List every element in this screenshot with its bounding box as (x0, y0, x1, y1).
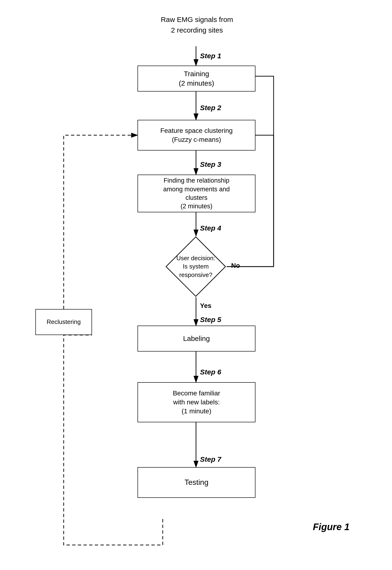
yes-label: Yes (200, 302, 211, 310)
box-relationship: Finding the relationship among movements… (138, 175, 255, 212)
raw-emg-text: Raw EMG signals from 2 recording sites (153, 14, 240, 35)
no-label: No (231, 262, 240, 270)
figure-caption: Figure 1 (313, 522, 350, 532)
box-familiar: Become familiar with new labels: (1 minu… (138, 382, 255, 422)
step7-label: Step 7 (200, 455, 221, 463)
box-feature-clustering: Feature space clustering (Fuzzy c-means) (138, 120, 255, 151)
diagram-container: Raw EMG signals from 2 recording sites S… (0, 0, 392, 570)
box-testing: Testing (138, 467, 255, 498)
box-reclustering: Reclustering (35, 309, 92, 335)
box-training: Training (2 minutes) (138, 66, 255, 92)
box-labeling: Labeling (138, 326, 255, 352)
step2-label: Step 2 (200, 104, 221, 112)
diamond-text: User decision: Is system responsive? (176, 254, 215, 279)
diamond-decision: User decision: Is system responsive? (165, 236, 226, 297)
step3-label: Step 3 (200, 160, 221, 169)
step5-label: Step 5 (200, 316, 221, 324)
step6-label: Step 6 (200, 368, 221, 376)
step1-label: Step 1 (200, 52, 221, 60)
step4-label: Step 4 (200, 224, 221, 232)
